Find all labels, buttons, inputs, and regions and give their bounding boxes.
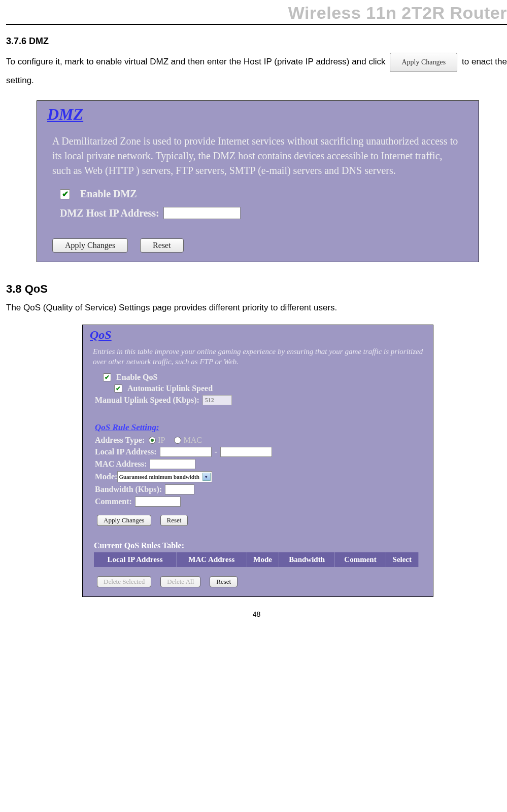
page-number: 48 <box>6 597 507 623</box>
qos-rule-setting-heading: QoS Rule Setting: <box>83 417 433 435</box>
auto-uplink-checkbox[interactable]: ✔ <box>114 384 122 393</box>
manual-uplink-input[interactable]: 512 <box>202 395 232 405</box>
col-mode: Mode <box>247 552 279 567</box>
dmz-host-ip-input[interactable] <box>163 207 241 219</box>
mode-select[interactable]: Guaranteed minimum bandwidth ▾ <box>117 471 212 482</box>
address-type-ip-label: IP <box>158 436 165 445</box>
local-ip-from-input[interactable] <box>160 447 212 457</box>
mode-select-value: Guaranteed minimum bandwidth <box>119 474 199 480</box>
address-type-ip-radio[interactable] <box>149 437 156 444</box>
delete-selected-button[interactable]: Delete Selected <box>97 576 151 587</box>
dmz-screenshot: DMZ A Demilitarized Zone is used to prov… <box>37 100 479 262</box>
address-type-label: Address Type: <box>95 436 145 445</box>
enable-qos-label: Enable QoS <box>116 373 157 382</box>
col-local-ip: Local IP Address <box>94 552 177 567</box>
col-select: Select <box>386 552 418 567</box>
dmz-intro-pre: To configure it, mark to enable virtual … <box>6 57 388 66</box>
section-3-8-heading: 3.8 QoS <box>6 283 507 296</box>
enable-dmz-label: Enable DMZ <box>80 188 137 200</box>
dmz-panel-title: DMZ <box>37 101 479 126</box>
qos-reset-button[interactable]: Reset <box>160 515 188 526</box>
col-mac: MAC Address <box>177 552 247 567</box>
bandwidth-input[interactable] <box>165 484 194 495</box>
auto-uplink-label: Automatic Uplink Speed <box>127 384 213 393</box>
qos-rules-table: Local IP Address MAC Address Mode Bandwi… <box>94 552 419 567</box>
qos-screenshot: QoS Entries in this table improve your o… <box>82 325 433 597</box>
qos-rules-table-title: Current QoS Rules Table: <box>83 528 433 552</box>
address-type-mac-label: MAC <box>183 436 201 445</box>
qos-panel-desc: Entries in this table improve your onlin… <box>83 343 433 372</box>
col-comment: Comment <box>335 552 386 567</box>
comment-label: Comment: <box>95 497 132 506</box>
mac-address-input[interactable] <box>150 459 195 469</box>
enable-dmz-checkbox[interactable]: ✔ <box>60 189 70 199</box>
dmz-apply-changes-button[interactable]: Apply Changes <box>52 238 128 253</box>
dmz-reset-button[interactable]: Reset <box>140 238 184 253</box>
delete-all-button[interactable]: Delete All <box>160 576 200 587</box>
chevron-down-icon: ▾ <box>202 473 211 481</box>
mac-address-label: MAC Address: <box>95 460 147 469</box>
ip-dash: - <box>212 447 220 456</box>
qos-table-reset-button[interactable]: Reset <box>210 576 238 587</box>
comment-input[interactable] <box>135 497 181 507</box>
qos-apply-changes-button[interactable]: Apply Changes <box>97 515 151 526</box>
enable-qos-checkbox[interactable]: ✔ <box>103 373 111 381</box>
section-3-7-6-body: To configure it, mark to enable virtual … <box>6 53 507 89</box>
bandwidth-label: Bandwidth (Kbps): <box>95 485 162 494</box>
dmz-host-ip-label: DMZ Host IP Address: <box>60 207 159 219</box>
mode-label: Mode: <box>95 472 117 481</box>
section-3-8-body: The QoS (Quality of Service) Settings pa… <box>6 301 507 314</box>
local-ip-to-input[interactable] <box>220 447 272 457</box>
inline-apply-changes-button: Apply Changes <box>390 53 457 72</box>
dmz-panel-desc: A Demilitarized Zone is used to provide … <box>37 126 479 186</box>
local-ip-label: Local IP Address: <box>95 447 157 456</box>
col-bandwidth: Bandwidth <box>279 552 335 567</box>
manual-uplink-label: Manual Uplink Speed (Kbps): <box>95 396 199 405</box>
section-3-7-6-heading: 3.7.6 DMZ <box>6 36 507 47</box>
qos-panel-title: QoS <box>83 325 433 343</box>
address-type-mac-radio[interactable] <box>174 437 181 444</box>
page-header-title: Wireless 11n 2T2R Router <box>6 3 507 23</box>
